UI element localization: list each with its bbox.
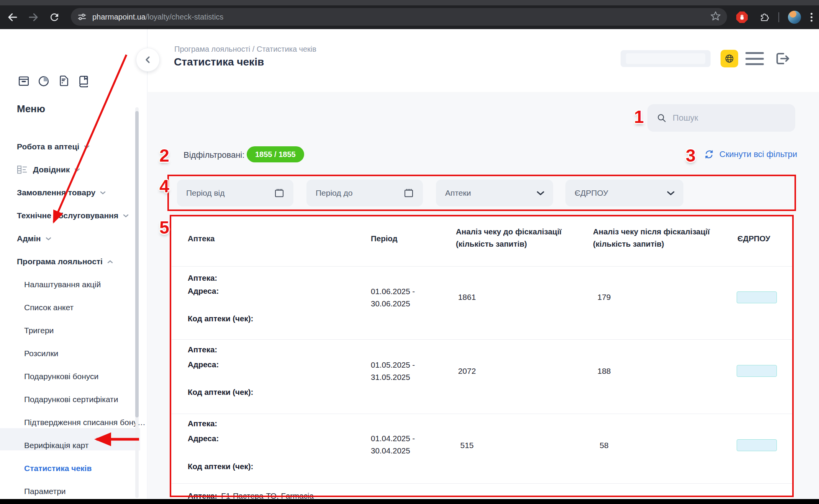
sidebar-item-label: Адмін [17,234,41,243]
sidebar-scrollbar-thumb[interactable] [135,111,139,417]
filtered-count-badge: 1855 / 1855 [247,146,304,162]
filter-period-from[interactable]: Період від [177,180,293,206]
refresh-icon [703,149,715,160]
browser-reload-button[interactable] [49,11,60,23]
sidebar-item-admin[interactable]: Адмін [17,231,51,246]
row4-pharmacy: Аптека: F1-Пастера-ТО, Farmacia [188,491,314,499]
row3-period-from: 01.04.2025 - [371,434,415,443]
row3-address-label: Адреса: [188,434,219,443]
browser-forward-button[interactable] [28,11,39,23]
row-separator [172,266,792,267]
star-icon [710,11,721,21]
reset-filters-link[interactable]: Скинути всі фільтри [703,149,797,160]
filter-period-to[interactable]: Період до [306,180,423,206]
row3-code-label: Код аптеки (чек): [188,462,253,471]
browser-menu-button[interactable] [808,13,815,22]
sidebar-quick-icons [17,74,90,89]
sidebar-subitem-podarunkovi-bonusy[interactable]: Подарункові бонуси [24,369,98,384]
sidebar-subitem-pidtverdzhennya-spysannya[interactable]: Підтвердження списання бону… [24,415,146,430]
sidebar-subitem-trygery[interactable]: Тригери [24,323,54,338]
sidebar-item-tehnichne[interactable]: Технічне обслуговування [17,208,129,223]
chevron-down-icon [667,191,675,196]
chevron-up-icon [107,260,113,263]
chevron-down-icon [84,145,90,149]
browser-tab-strip [0,0,819,5]
book-icon[interactable] [77,74,90,89]
adblock-extension-button[interactable] [736,11,748,23]
sidebar-subitem-nalashtuvannya-akciy[interactable]: Налаштування акцій [24,277,101,292]
row2-before-count: 2072 [444,367,490,376]
sidebar-item-label: Робота в аптеці [17,142,79,151]
sidebar-menu-title: Меню [17,103,45,115]
forward-arrow-icon [28,11,39,23]
site-info-tune-icon[interactable] [77,12,87,22]
screen: pharmapoint.ua/loyalty/check-statistics … [0,0,819,504]
row3-edrpou-redacted [737,439,777,451]
app-menu-button[interactable] [745,52,764,65]
row-separator [172,483,792,484]
kebab-menu-icon [811,13,812,22]
row2-period-from: 01.05.2025 - [371,360,415,370]
bookmark-star-button[interactable] [710,11,721,23]
chevron-left-icon [145,56,151,64]
back-arrow-icon [7,11,18,23]
col-header-period: Період [371,234,398,243]
sidebar-subitem-spysok-anket[interactable]: Список анкет [24,300,74,315]
row1-code-label: Код аптеки (чек): [188,314,253,323]
chevron-down-icon [100,191,106,195]
col-header-after-fiscal-line2: (кількість запитів) [593,239,664,249]
row2-after-count: 188 [581,367,627,376]
browser-back-button[interactable] [7,11,18,23]
row2-period-to: 31.05.2025 [371,373,410,382]
row1-period-to: 30.06.2025 [371,299,410,308]
row4-pharmacy-label: Аптека: [188,491,217,499]
search-input[interactable] [672,113,786,123]
globe-icon [724,53,735,64]
puzzle-icon [758,12,769,23]
reload-icon [49,11,60,23]
breadcrumb: Програма лояльності / Статистика чеків [174,45,316,54]
extensions-button[interactable] [758,12,769,23]
chevron-down-icon [46,237,51,241]
archive-box-icon[interactable] [17,74,31,89]
col-header-edrpou: ЄДРПОУ [737,234,770,243]
col-header-pharmacy: Аптека [188,234,215,243]
row1-after-count: 179 [581,293,627,302]
list-table-icon [17,164,28,175]
chevron-down-icon [123,214,129,218]
stop-hand-icon [736,11,748,23]
address-bar[interactable]: pharmapoint.ua/loyalty/check-statistics [71,8,727,26]
sidebar-item-programa-loyalnosti[interactable]: Програма лояльності [17,254,113,269]
statistics-table: Аптека Період Аналіз чеку до фіскалізаці… [172,217,792,499]
search-box[interactable] [647,104,795,132]
filtered-label: Відфільтровані: [183,150,244,160]
sidebar-item-zamovlennya[interactable]: Замовлення товару [17,185,106,200]
toolbar-separator [778,12,780,22]
sidebar-item-label: Довідник [33,165,70,174]
pie-chart-icon[interactable] [37,74,51,89]
row3-pharmacy-label: Аптека: [188,419,217,428]
sidebar-subitem-veryfikaciya-kart[interactable]: Верифікація карт [24,438,88,453]
filter-pharmacies-select[interactable]: Аптеки [436,180,553,206]
logout-icon [773,50,791,67]
page-title: Статистика чеків [174,56,264,68]
sidebar-subitem-parametry[interactable]: Параметри [24,484,66,499]
sidebar-collapse-button[interactable] [136,48,160,72]
calendar-icon [274,187,285,199]
url-host: pharmapoint.ua [92,13,146,21]
calendar-icon [403,187,414,199]
document-icon[interactable] [57,74,70,89]
logout-button[interactable] [773,50,791,69]
sidebar-subitem-podarunkovi-sertyfikaty[interactable]: Подарункові сертифікати [24,392,118,407]
profile-avatar[interactable] [788,11,801,24]
sidebar-item-label: Технічне обслуговування [17,211,118,220]
filter-edrpou-select[interactable]: ЄДРПОУ [565,180,683,206]
hand-icon [738,13,746,21]
row-separator [172,339,792,340]
row3-period-to: 30.04.2025 [371,446,410,455]
sidebar-subitem-rozsylky[interactable]: Розсилки [24,346,58,361]
sidebar-item-robota-v-apteci[interactable]: Робота в аптеці [17,139,90,154]
language-button[interactable] [721,50,738,67]
sidebar-subitem-statystyka-chekiv-active[interactable]: Статистика чеків [24,461,92,476]
sidebar-item-dovidnyk[interactable]: Довідник [17,162,80,177]
